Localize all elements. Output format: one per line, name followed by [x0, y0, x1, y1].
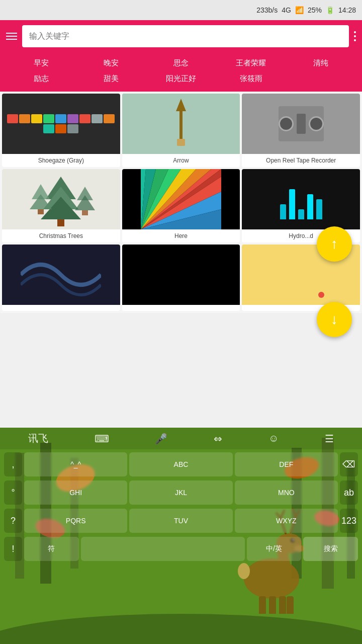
cursor-move-icon[interactable]: ⇔	[214, 433, 222, 445]
key-symbol[interactable]: 符	[24, 537, 79, 561]
grid-item-here[interactable]: Here	[122, 169, 240, 243]
cat-pure[interactable]: 清纯	[286, 55, 356, 71]
scroll-down-button[interactable]: ↓	[317, 302, 352, 337]
key-tuv[interactable]: TUV	[129, 509, 232, 533]
signal-icon: 📶	[295, 6, 304, 14]
category-tabs: 早安 晚安 思念 王者荣耀 清纯 励志 甜美 阳光正好 张筱雨	[6, 52, 356, 92]
key-abc[interactable]: ABC	[129, 452, 232, 476]
grid-label-christmas: Christmas Trees	[2, 229, 120, 243]
cat-miss[interactable]: 思念	[146, 55, 216, 71]
svg-rect-44	[279, 596, 286, 614]
grid-item-reel[interactable]: Open Reel Tape Recorder	[242, 94, 360, 167]
content-grid: Shoegaze (Gray) Arrow	[0, 92, 362, 313]
grid-item-christmas[interactable]: Christmas Trees	[2, 169, 120, 243]
network-speed: 233b/s	[256, 6, 278, 14]
search-input[interactable]	[22, 25, 349, 47]
key-ghi[interactable]: GHI	[24, 480, 127, 505]
cat-morning[interactable]: 早安	[6, 55, 76, 71]
settings-icon[interactable]: ☰	[325, 433, 334, 445]
keyboard-row-4: ! 符 中/英 搜索	[3, 536, 359, 562]
key-exclaim[interactable]: !	[4, 537, 22, 561]
cat-sweet[interactable]: 甜美	[76, 71, 146, 87]
status-bar: 233b/s 4G 📶 25% 🔋 14:28	[0, 0, 362, 20]
key-def[interactable]: DEF	[235, 452, 338, 476]
keyboard-row-1: , ^_^ ABC DEF ⌫	[3, 451, 359, 477]
grid-item-arrow[interactable]: Arrow	[122, 94, 240, 167]
key-kaomoji[interactable]: ^_^	[24, 452, 127, 476]
key-jkl[interactable]: JKL	[129, 480, 232, 505]
down-arrow-icon: ↓	[331, 311, 338, 328]
key-space[interactable]	[81, 537, 245, 561]
grid-label-row3-1	[2, 305, 120, 311]
network-type: 4G	[282, 6, 291, 14]
svg-rect-6	[57, 219, 64, 226]
svg-rect-9	[38, 209, 44, 214]
grid-item-shoegaze[interactable]: Shoegaze (Gray)	[2, 94, 120, 167]
cat-night[interactable]: 晚安	[76, 55, 146, 71]
emoji-icon[interactable]: ☺	[268, 433, 279, 444]
key-pqrs[interactable]: PQRS	[24, 509, 127, 533]
more-options-button[interactable]	[354, 31, 356, 41]
key-ab[interactable]: ab	[340, 480, 358, 505]
key-123[interactable]: 123	[340, 509, 358, 533]
svg-rect-43	[269, 596, 276, 614]
keyboard-toolbar: 讯飞 ⌨ 🎤 ⇔ ☺ ☰	[0, 428, 362, 449]
svg-rect-12	[82, 210, 88, 215]
battery-level: 25%	[308, 6, 322, 14]
key-comma[interactable]: ,	[4, 452, 22, 476]
keyboard-keys: , ^_^ ABC DEF ⌫ ° GHI JKL MNO ab ? PQRS …	[0, 449, 362, 566]
cat-sunshine[interactable]: 阳光正好	[146, 71, 216, 87]
keyboard-row-3: ? PQRS TUV WXYZ 123	[3, 508, 359, 534]
key-question[interactable]: ?	[4, 509, 22, 533]
grid-item-row3-2[interactable]	[122, 245, 240, 311]
grid-label-arrow: Arrow	[122, 154, 240, 167]
key-mno[interactable]: MNO	[235, 480, 338, 505]
svg-point-31	[0, 614, 362, 644]
grid-label-row3-2	[122, 305, 240, 311]
grid-label-shoegaze: Shoegaze (Gray)	[2, 154, 120, 167]
app-header: 早安 晚安 思念 王者荣耀 清纯 励志 甜美 阳光正好 张筱雨	[0, 20, 362, 92]
cat-honor[interactable]: 王者荣耀	[216, 55, 286, 71]
svg-marker-1	[176, 99, 186, 111]
scroll-up-button[interactable]: ↑	[317, 226, 352, 262]
battery-icon: 🔋	[326, 6, 334, 14]
svg-marker-11	[75, 195, 95, 210]
svg-rect-2	[177, 139, 185, 146]
key-backspace[interactable]: ⌫	[340, 452, 358, 476]
up-arrow-icon: ↑	[331, 236, 338, 252]
svg-rect-45	[287, 596, 294, 614]
cat-inspire[interactable]: 励志	[6, 71, 76, 87]
key-degree[interactable]: °	[4, 480, 22, 505]
key-search[interactable]: 搜索	[303, 537, 358, 561]
ime-logo[interactable]: 讯飞	[28, 432, 48, 445]
grid-label-reel: Open Reel Tape Recorder	[242, 154, 360, 167]
svg-rect-42	[259, 596, 266, 614]
keyboard-panel: 讯飞 ⌨ 🎤 ⇔ ☺ ☰ , ^_^ ABC DEF ⌫ ° GHI JKL M…	[0, 428, 362, 644]
keyboard-layout-icon[interactable]: ⌨	[95, 433, 109, 445]
cat-zhang[interactable]: 张筱雨	[216, 71, 286, 87]
microphone-icon[interactable]: 🎤	[155, 433, 167, 445]
key-lang-switch[interactable]: 中/英	[247, 537, 302, 561]
time-display: 14:28	[338, 6, 356, 14]
keyboard-row-2: ° GHI JKL MNO ab	[3, 479, 359, 506]
grid-item-row3-1[interactable]	[2, 245, 120, 311]
grid-label-here: Here	[122, 229, 240, 243]
key-wxyz[interactable]: WXYZ	[235, 509, 338, 533]
menu-button[interactable]	[6, 33, 17, 40]
